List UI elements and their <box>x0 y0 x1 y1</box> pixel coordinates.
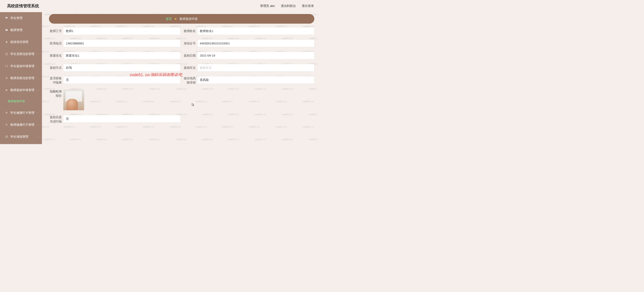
sidebar-item-label: 教师返校申请管理 <box>10 88 34 92</box>
chevron-down-icon <box>37 65 39 67</box>
sidebar-subitem[interactable]: 教师返校申请 <box>0 96 42 107</box>
svg-rect-1 <box>6 53 8 55</box>
sidebar-item[interactable]: 学生管理 <box>0 12 42 24</box>
label-home-addr: 家庭住址 <box>49 52 63 59</box>
input-risk-level[interactable]: 底风险 <box>197 76 314 84</box>
input-is-dense[interactable]: 否 <box>63 76 180 84</box>
sidebar: 学生管理教师管理疫情资讯管理学生居家信息管理学生返校申请管理教师居家信息管理教师… <box>0 12 42 144</box>
brand-title: 高校疫情管理系统 <box>7 3 39 9</box>
sidebar-item[interactable]: 教师健康打卡管理 <box>0 119 42 130</box>
sidebar-item-label: 教师管理 <box>10 28 22 32</box>
input-home-addr[interactable]: 家庭住址1 <box>63 52 180 59</box>
sidebar-item-label: 教师健康打卡管理 <box>10 123 34 127</box>
sidebar-item-label: 教师返校申请 <box>8 100 25 103</box>
input-return-date[interactable]: 2021-04-19 <box>197 52 314 59</box>
label-nat-report: 核酸检测 报告 <box>49 89 63 98</box>
tab-home[interactable]: 首页 <box>166 17 172 21</box>
sidebar-item[interactable]: 学生请假管理 <box>0 131 42 143</box>
sidebar-item-label: 学生返校申请管理 <box>10 64 34 68</box>
brackets-icon <box>5 65 9 68</box>
label-is-dense: 是否密集 中隔离 <box>49 76 63 85</box>
sidebar-item[interactable]: 学生健康打卡管理 <box>0 107 42 119</box>
label-return-method: 返校方式 <box>49 64 63 72</box>
label-teacher-name: 教师姓名 <box>183 27 197 35</box>
chevron-down-icon <box>37 136 39 138</box>
bars-icon <box>5 89 9 91</box>
lines-icon <box>5 111 9 114</box>
sidebar-item-label: 学生健康打卡管理 <box>10 111 34 115</box>
input-id-no[interactable]: 440300199101010001 <box>197 40 314 47</box>
top-header: 高校疫情管理系统 管理员 abo 退出到前台 退出登录 <box>0 0 318 12</box>
input-after-return-quarantine[interactable]: 否 <box>63 115 180 123</box>
input-teacher-name[interactable]: 教师姓名1 <box>197 27 314 35</box>
main-content: 首页 ★ 教师返校申请 教师工号 教师1 教师姓名 教师姓名1 联系电话 <box>42 12 318 144</box>
lines-icon <box>5 123 9 126</box>
square-icon <box>5 53 9 56</box>
label-id-no: 身份证号 <box>183 40 197 47</box>
label-risk-level: 做在地风 险等级 <box>183 76 197 85</box>
sidebar-item[interactable]: 教师居家信息管理 <box>0 72 42 84</box>
input-teacher-id[interactable]: 教师1 <box>63 27 180 35</box>
sidebar-item-label: 学生请假管理 <box>10 135 28 139</box>
nat-report-image[interactable] <box>63 89 84 110</box>
chevron-down-icon <box>37 53 39 55</box>
sidebar-item[interactable]: 教师管理 <box>0 24 42 36</box>
chevron-down-icon <box>37 111 39 114</box>
sidebar-item[interactable]: 教师返校申请管理 <box>0 84 42 96</box>
chevron-down-icon <box>37 89 39 91</box>
sidebar-item-label: 学生居家信息管理 <box>10 52 34 56</box>
logout-link[interactable]: 退出登录 <box>302 4 314 8</box>
input-phone[interactable]: 13823888881 <box>63 40 180 47</box>
chevron-down-icon <box>37 77 39 79</box>
clock-icon <box>5 135 9 138</box>
tabs-bar: 首页 ★ 教师返校申请 <box>49 14 314 24</box>
form-area: 教师工号 教师1 教师姓名 教师姓名1 联系电话 13823888881 身份证… <box>49 27 314 123</box>
sidebar-item[interactable]: 学生居家信息管理 <box>0 48 42 60</box>
chevron-down-icon <box>37 17 39 19</box>
list-icon <box>5 77 9 79</box>
chevron-down-icon <box>37 29 39 31</box>
sidebar-item[interactable]: 疫情资讯管理 <box>0 36 42 48</box>
tab-current[interactable]: 教师返校申请 <box>180 17 198 21</box>
user-label[interactable]: 管理员 abo <box>260 4 275 8</box>
sidebar-item-label: 教师居家信息管理 <box>10 76 34 80</box>
flag-icon <box>5 17 9 20</box>
label-phone: 联系电话 <box>49 40 63 47</box>
input-return-train[interactable]: 返校车次 <box>197 64 314 72</box>
label-after-return-quarantine: 返校后是 否进行隔 <box>49 115 63 123</box>
chevron-down-icon <box>37 123 39 126</box>
mail-icon <box>5 29 9 32</box>
label-return-train: 返校车次 <box>183 64 197 72</box>
input-return-method[interactable]: 自驾 <box>63 64 180 72</box>
logout-frontend-link[interactable]: 退出到前台 <box>281 4 296 8</box>
label-teacher-id: 教师工号 <box>49 27 63 35</box>
sidebar-item-label: 疫情资讯管理 <box>10 40 28 44</box>
star-icon: ★ <box>174 17 177 21</box>
sidebar-item-label: 学生管理 <box>10 16 22 20</box>
svg-point-0 <box>6 41 7 43</box>
header-right: 管理员 abo 退出到前台 退出登录 <box>260 4 314 8</box>
sidebar-item[interactable]: 学生返校申请管理 <box>0 60 42 72</box>
label-return-date: 返校日期 <box>183 52 197 59</box>
dot-icon <box>5 41 9 43</box>
chevron-down-icon <box>37 41 39 43</box>
